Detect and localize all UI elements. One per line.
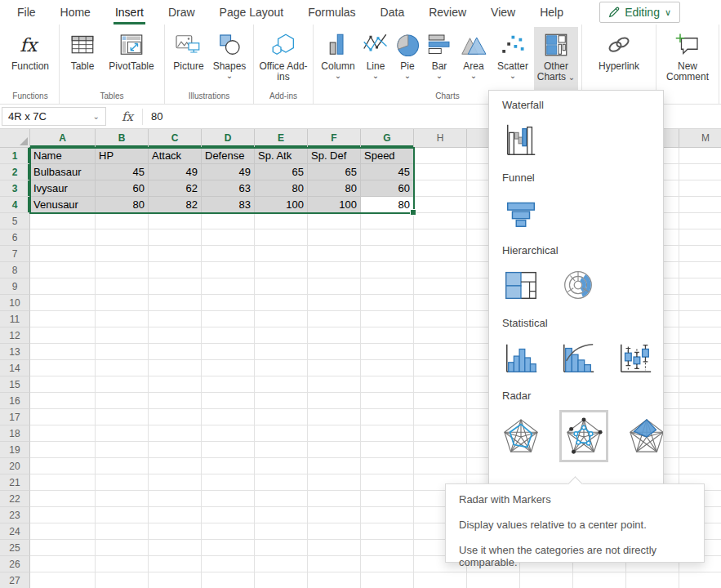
cell-G25[interactable]	[361, 540, 414, 556]
cell-G8[interactable]	[361, 262, 414, 278]
cell-D19[interactable]	[202, 442, 255, 458]
cell-L27[interactable]	[626, 572, 679, 588]
cell-F1[interactable]: Sp. Def	[308, 148, 361, 164]
cell-G1[interactable]: Speed	[361, 148, 414, 164]
chart-type-box-whisker[interactable]	[616, 337, 654, 378]
cell-D2[interactable]: 49	[202, 164, 255, 180]
row-header-25[interactable]: 25	[0, 540, 30, 556]
row-header-10[interactable]: 10	[0, 295, 30, 311]
column-header-c[interactable]: C	[149, 129, 202, 148]
cell-G19[interactable]	[361, 442, 414, 458]
cell-C24[interactable]	[149, 523, 202, 540]
cell-F19[interactable]	[308, 442, 361, 458]
cell-M20[interactable]	[679, 458, 721, 474]
cell-D16[interactable]	[202, 393, 255, 409]
row-header-3[interactable]: 3	[0, 180, 30, 197]
cell-A14[interactable]	[30, 360, 96, 376]
bar-button[interactable]: Bar⌄	[423, 27, 456, 90]
function-button[interactable]: fxFunction	[5, 27, 56, 90]
cell-B3[interactable]: 60	[96, 180, 149, 197]
row-header-2[interactable]: 2	[0, 164, 30, 180]
cell-C8[interactable]	[149, 262, 202, 278]
cell-C23[interactable]	[149, 507, 202, 523]
cell-C2[interactable]: 49	[149, 164, 202, 180]
cell-G12[interactable]	[361, 327, 414, 344]
cell-F25[interactable]	[308, 540, 361, 556]
cell-E14[interactable]	[255, 360, 308, 376]
pie-button[interactable]: Pie⌄	[392, 27, 423, 90]
cell-A10[interactable]	[30, 295, 96, 311]
cell-D21[interactable]	[202, 474, 255, 491]
office-add-ins-button[interactable]: Office Add-ins	[257, 27, 309, 90]
cell-C27[interactable]	[149, 572, 202, 588]
cell-G2[interactable]: 45	[361, 164, 414, 180]
row-header-26[interactable]: 26	[0, 556, 30, 572]
cell-D9[interactable]	[202, 278, 255, 295]
menu-tab-help[interactable]: Help	[527, 0, 576, 24]
cell-A27[interactable]	[30, 572, 96, 588]
cell-D3[interactable]: 63	[202, 180, 255, 197]
cell-B7[interactable]	[96, 246, 149, 262]
picture-button[interactable]: Picture	[168, 27, 209, 90]
row-header-12[interactable]: 12	[0, 327, 30, 344]
cell-M13[interactable]	[679, 344, 721, 360]
cell-H2[interactable]	[414, 164, 467, 180]
cell-G17[interactable]	[361, 409, 414, 425]
cell-B23[interactable]	[96, 507, 149, 523]
row-header-9[interactable]: 9	[0, 278, 30, 295]
scatter-button[interactable]: Scatter⌄	[492, 27, 534, 90]
column-header-m[interactable]: M	[679, 129, 721, 148]
cell-F16[interactable]	[308, 393, 361, 409]
cell-F4[interactable]: 100	[308, 197, 361, 213]
cell-F23[interactable]	[308, 507, 361, 523]
cell-G6[interactable]	[361, 229, 414, 246]
cell-H16[interactable]	[414, 393, 467, 409]
cell-G20[interactable]	[361, 458, 414, 474]
cell-A16[interactable]	[30, 393, 96, 409]
cell-E13[interactable]	[255, 344, 308, 360]
cell-H9[interactable]	[414, 278, 467, 295]
cell-D17[interactable]	[202, 409, 255, 425]
cell-F14[interactable]	[308, 360, 361, 376]
cell-H13[interactable]	[414, 344, 467, 360]
chart-type-waterfall[interactable]	[502, 119, 540, 160]
menu-tab-file[interactable]: File	[5, 0, 48, 24]
cell-D7[interactable]	[202, 246, 255, 262]
column-header-b[interactable]: B	[96, 129, 149, 148]
cell-F11[interactable]	[308, 311, 361, 327]
cell-C7[interactable]	[149, 246, 202, 262]
cell-E17[interactable]	[255, 409, 308, 425]
cell-D11[interactable]	[202, 311, 255, 327]
cell-C26[interactable]	[149, 556, 202, 572]
cell-B2[interactable]: 45	[96, 164, 149, 180]
cell-M12[interactable]	[679, 327, 721, 344]
cell-C10[interactable]	[149, 295, 202, 311]
cell-H19[interactable]	[414, 442, 467, 458]
cell-B16[interactable]	[96, 393, 149, 409]
chart-type-radar-markers[interactable]	[559, 410, 608, 462]
menu-tab-data[interactable]: Data	[368, 0, 417, 24]
cell-D4[interactable]: 83	[202, 197, 255, 213]
cell-C5[interactable]	[149, 213, 202, 229]
row-header-22[interactable]: 22	[0, 491, 30, 507]
cell-E25[interactable]	[255, 540, 308, 556]
cell-D15[interactable]	[202, 376, 255, 393]
hyperlink-button[interactable]: Hyperlink	[585, 27, 652, 90]
cell-D18[interactable]	[202, 425, 255, 442]
cell-B22[interactable]	[96, 491, 149, 507]
cell-F26[interactable]	[308, 556, 361, 572]
cell-B21[interactable]	[96, 474, 149, 491]
chart-type-pareto[interactable]	[559, 337, 597, 378]
cell-G23[interactable]	[361, 507, 414, 523]
chart-type-sunburst[interactable]	[559, 265, 597, 305]
cell-I27[interactable]	[467, 572, 520, 588]
cell-G18[interactable]	[361, 425, 414, 442]
cell-A9[interactable]	[30, 278, 96, 295]
cell-E20[interactable]	[255, 458, 308, 474]
cell-H6[interactable]	[414, 229, 467, 246]
row-header-14[interactable]: 14	[0, 360, 30, 376]
cell-H10[interactable]	[414, 295, 467, 311]
cell-F7[interactable]	[308, 246, 361, 262]
cell-C17[interactable]	[149, 409, 202, 425]
cell-H3[interactable]	[414, 180, 467, 197]
